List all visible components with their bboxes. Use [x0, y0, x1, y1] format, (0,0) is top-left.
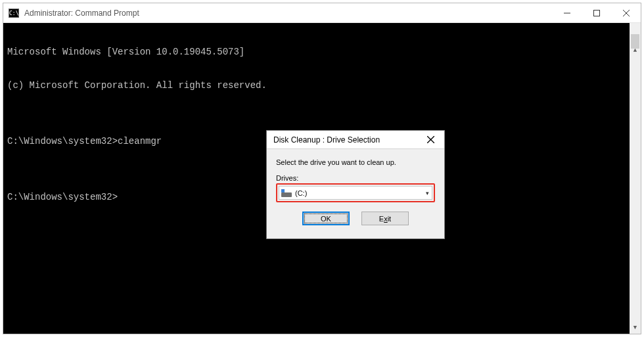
- drives-label: Drives:: [276, 174, 435, 182]
- dialog-titlebar: Disk Cleanup : Drive Selection: [267, 131, 444, 149]
- maximize-button[interactable]: [582, 3, 611, 22]
- scroll-thumb[interactable]: [631, 34, 639, 49]
- drive-icon: [281, 189, 292, 197]
- chevron-down-icon: ▾: [426, 190, 429, 196]
- disk-cleanup-dialog: Disk Cleanup : Drive Selection Select th…: [266, 130, 445, 239]
- dialog-close-button[interactable]: [417, 131, 444, 148]
- exit-button[interactable]: Exit: [361, 212, 409, 225]
- minimize-button[interactable]: [552, 3, 582, 22]
- cmd-line: Microsoft Windows [Version 10.0.19045.50…: [7, 47, 637, 58]
- ok-button[interactable]: OK: [302, 212, 350, 225]
- window-controls: [552, 3, 641, 22]
- dialog-instruction: Select the drive you want to clean up.: [276, 158, 435, 166]
- highlight-annotation: (C:) ▾: [276, 183, 435, 202]
- selected-drive-label: (C:): [295, 189, 426, 197]
- exit-button-label: Exit: [379, 215, 391, 223]
- dialog-title: Disk Cleanup : Drive Selection: [273, 135, 380, 145]
- cmd-titlebar: C:\. Administrator: Command Prompt: [3, 3, 641, 23]
- svg-rect-1: [593, 10, 599, 16]
- drives-combobox[interactable]: (C:) ▾: [279, 186, 432, 200]
- cmd-icon: C:\.: [9, 9, 19, 18]
- dialog-body: Select the drive you want to clean up. D…: [267, 149, 444, 238]
- cmd-title: Administrator: Command Prompt: [24, 9, 139, 18]
- close-button[interactable]: [611, 3, 641, 22]
- cmd-line: (c) Microsoft Corporation. All rights re…: [7, 80, 637, 91]
- ok-button-label: OK: [321, 215, 331, 223]
- dialog-buttons: OK Exit: [276, 212, 435, 225]
- scrollbar[interactable]: ▲ ▼: [630, 23, 641, 334]
- scroll-down-icon[interactable]: ▼: [630, 323, 641, 334]
